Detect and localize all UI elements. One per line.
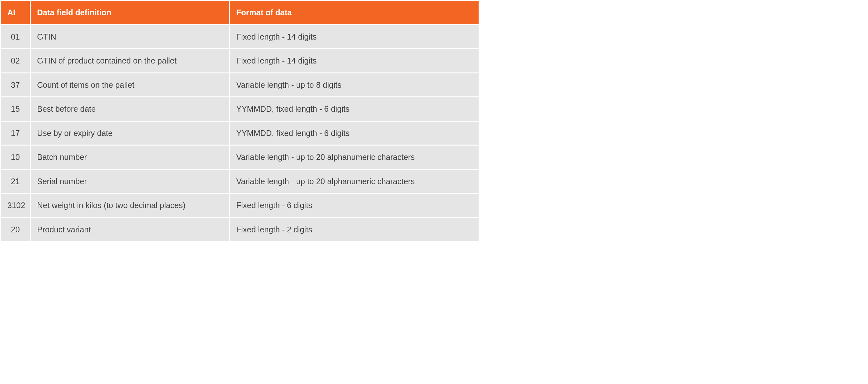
cell-definition: Batch number [31, 145, 229, 169]
table-row: 02 GTIN of product contained on the pall… [1, 49, 478, 72]
ai-table: AI Data field definition Format of data … [0, 0, 479, 242]
header-ai: AI [1, 1, 30, 24]
cell-ai: 17 [1, 121, 30, 145]
table-row: 01 GTIN Fixed length - 14 digits [1, 25, 478, 48]
table-row: 20 Product variant Fixed length - 2 digi… [1, 218, 478, 241]
cell-format: YYMMDD, fixed length - 6 digits [230, 121, 478, 145]
cell-ai: 15 [1, 97, 30, 121]
cell-ai: 20 [1, 218, 30, 241]
header-format: Format of data [230, 1, 478, 24]
cell-format: Variable length - up to 8 digits [230, 73, 478, 97]
cell-ai: 37 [1, 73, 30, 97]
cell-ai: 01 [1, 25, 30, 48]
table-row: 3102 Net weight in kilos (to two decimal… [1, 194, 478, 217]
cell-definition: Product variant [31, 218, 229, 241]
cell-format: Fixed length - 14 digits [230, 49, 478, 72]
table-row: 37 Count of items on the pallet Variable… [1, 73, 478, 97]
cell-format: Fixed length - 2 digits [230, 218, 478, 241]
table-row: 21 Serial number Variable length - up to… [1, 170, 478, 193]
table-row: 15 Best before date YYMMDD, fixed length… [1, 97, 478, 121]
table-header-row: AI Data field definition Format of data [1, 1, 478, 24]
table-row: 17 Use by or expiry date YYMMDD, fixed l… [1, 121, 478, 145]
header-definition: Data field definition [31, 1, 229, 24]
cell-ai: 21 [1, 170, 30, 193]
cell-definition: GTIN [31, 25, 229, 48]
cell-ai: 10 [1, 145, 30, 169]
table-row: 10 Batch number Variable length - up to … [1, 145, 478, 169]
cell-ai: 3102 [1, 194, 30, 217]
cell-definition: Count of items on the pallet [31, 73, 229, 97]
cell-definition: Serial number [31, 170, 229, 193]
cell-definition: Net weight in kilos (to two decimal plac… [31, 194, 229, 217]
cell-format: Fixed length - 14 digits [230, 25, 478, 48]
ai-table-container: AI Data field definition Format of data … [0, 0, 479, 242]
cell-definition: Use by or expiry date [31, 121, 229, 145]
cell-definition: GTIN of product contained on the pallet [31, 49, 229, 72]
cell-definition: Best before date [31, 97, 229, 121]
cell-format: Variable length - up to 20 alphanumeric … [230, 170, 478, 193]
cell-format: Variable length - up to 20 alphanumeric … [230, 145, 478, 169]
cell-format: YYMMDD, fixed length - 6 digits [230, 97, 478, 121]
cell-format: Fixed length - 6 digits [230, 194, 478, 217]
cell-ai: 02 [1, 49, 30, 72]
